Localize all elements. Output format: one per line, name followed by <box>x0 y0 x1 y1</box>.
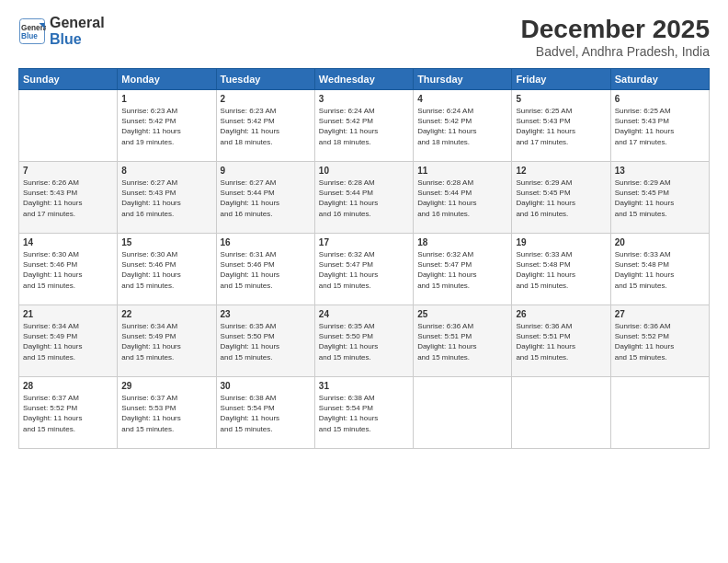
day-number: 25 <box>417 309 507 319</box>
calendar-cell: 4Sunrise: 6:24 AM Sunset: 5:42 PM Daylig… <box>414 90 512 162</box>
day-number: 29 <box>121 381 211 391</box>
day-info: Sunrise: 6:29 AM Sunset: 5:45 PM Dayligh… <box>516 178 606 219</box>
calendar-cell: 16Sunrise: 6:31 AM Sunset: 5:46 PM Dayli… <box>216 234 314 305</box>
day-number: 23 <box>221 309 311 319</box>
day-info: Sunrise: 6:28 AM Sunset: 5:44 PM Dayligh… <box>319 178 409 219</box>
calendar-cell: 9Sunrise: 6:27 AM Sunset: 5:44 PM Daylig… <box>216 162 314 234</box>
calendar-cell <box>610 377 709 449</box>
calendar-cell: 18Sunrise: 6:32 AM Sunset: 5:47 PM Dayli… <box>414 234 512 305</box>
svg-text:Blue: Blue <box>21 32 38 40</box>
calendar-cell: 7Sunrise: 6:26 AM Sunset: 5:43 PM Daylig… <box>19 162 118 234</box>
day-info: Sunrise: 6:30 AM Sunset: 5:46 PM Dayligh… <box>121 249 211 291</box>
day-number: 9 <box>221 166 311 176</box>
header-cell-thursday: Thursday <box>414 69 512 90</box>
day-number: 12 <box>516 166 606 176</box>
day-number: 27 <box>615 309 705 319</box>
day-info: Sunrise: 6:33 AM Sunset: 5:48 PM Dayligh… <box>516 249 606 291</box>
day-info: Sunrise: 6:38 AM Sunset: 5:54 PM Dayligh… <box>319 393 409 434</box>
logo: General Blue General Blue <box>18 15 105 47</box>
day-info: Sunrise: 6:25 AM Sunset: 5:43 PM Dayligh… <box>516 106 606 147</box>
header-cell-saturday: Saturday <box>610 69 709 90</box>
day-number: 17 <box>319 237 409 247</box>
header-row: SundayMondayTuesdayWednesdayThursdayFrid… <box>19 69 710 90</box>
day-info: Sunrise: 6:31 AM Sunset: 5:46 PM Dayligh… <box>221 249 311 291</box>
calendar-week-3: 21Sunrise: 6:34 AM Sunset: 5:49 PM Dayli… <box>19 305 710 377</box>
day-info: Sunrise: 6:24 AM Sunset: 5:42 PM Dayligh… <box>417 106 507 147</box>
day-number: 11 <box>417 166 507 176</box>
calendar-cell: 14Sunrise: 6:30 AM Sunset: 5:46 PM Dayli… <box>19 234 118 305</box>
calendar-cell: 31Sunrise: 6:38 AM Sunset: 5:54 PM Dayli… <box>314 377 413 449</box>
calendar-cell: 27Sunrise: 6:36 AM Sunset: 5:52 PM Dayli… <box>610 305 709 377</box>
page: General Blue General Blue December 2025 … <box>0 0 728 563</box>
day-info: Sunrise: 6:34 AM Sunset: 5:49 PM Dayligh… <box>121 321 211 362</box>
day-info: Sunrise: 6:32 AM Sunset: 5:47 PM Dayligh… <box>417 249 507 291</box>
calendar-body: 1Sunrise: 6:23 AM Sunset: 5:42 PM Daylig… <box>19 90 710 449</box>
day-number: 19 <box>516 237 606 247</box>
calendar-cell: 19Sunrise: 6:33 AM Sunset: 5:48 PM Dayli… <box>512 234 610 305</box>
day-info: Sunrise: 6:38 AM Sunset: 5:54 PM Dayligh… <box>221 393 311 434</box>
header-cell-wednesday: Wednesday <box>314 69 413 90</box>
day-info: Sunrise: 6:33 AM Sunset: 5:48 PM Dayligh… <box>615 249 705 291</box>
logo-icon: General Blue <box>18 17 46 45</box>
day-number: 13 <box>615 166 705 176</box>
day-info: Sunrise: 6:35 AM Sunset: 5:50 PM Dayligh… <box>221 321 311 362</box>
day-number: 21 <box>23 309 113 319</box>
calendar-week-0: 1Sunrise: 6:23 AM Sunset: 5:42 PM Daylig… <box>19 90 710 162</box>
calendar-cell: 20Sunrise: 6:33 AM Sunset: 5:48 PM Dayli… <box>610 234 709 305</box>
calendar-cell: 5Sunrise: 6:25 AM Sunset: 5:43 PM Daylig… <box>512 90 610 162</box>
header-cell-tuesday: Tuesday <box>216 69 314 90</box>
calendar-table: SundayMondayTuesdayWednesdayThursdayFrid… <box>18 68 710 449</box>
day-info: Sunrise: 6:34 AM Sunset: 5:49 PM Dayligh… <box>23 321 113 362</box>
header-cell-monday: Monday <box>118 69 216 90</box>
day-number: 2 <box>221 94 311 104</box>
day-info: Sunrise: 6:23 AM Sunset: 5:42 PM Dayligh… <box>121 106 211 147</box>
calendar-cell: 10Sunrise: 6:28 AM Sunset: 5:44 PM Dayli… <box>314 162 413 234</box>
day-info: Sunrise: 6:36 AM Sunset: 5:51 PM Dayligh… <box>417 321 507 362</box>
day-number: 16 <box>221 237 311 247</box>
calendar-cell: 24Sunrise: 6:35 AM Sunset: 5:50 PM Dayli… <box>314 305 413 377</box>
day-number: 7 <box>23 166 113 176</box>
day-number: 30 <box>221 381 311 391</box>
day-number: 6 <box>615 94 705 104</box>
day-info: Sunrise: 6:35 AM Sunset: 5:50 PM Dayligh… <box>319 321 409 362</box>
calendar-cell: 25Sunrise: 6:36 AM Sunset: 5:51 PM Dayli… <box>414 305 512 377</box>
day-number: 18 <box>417 237 507 247</box>
header-cell-sunday: Sunday <box>19 69 118 90</box>
calendar-cell: 1Sunrise: 6:23 AM Sunset: 5:42 PM Daylig… <box>118 90 216 162</box>
calendar-cell: 22Sunrise: 6:34 AM Sunset: 5:49 PM Dayli… <box>118 305 216 377</box>
day-info: Sunrise: 6:36 AM Sunset: 5:52 PM Dayligh… <box>615 321 705 362</box>
day-info: Sunrise: 6:23 AM Sunset: 5:42 PM Dayligh… <box>221 106 311 147</box>
day-info: Sunrise: 6:37 AM Sunset: 5:52 PM Dayligh… <box>23 393 113 434</box>
calendar-cell: 23Sunrise: 6:35 AM Sunset: 5:50 PM Dayli… <box>216 305 314 377</box>
calendar-cell: 15Sunrise: 6:30 AM Sunset: 5:46 PM Dayli… <box>118 234 216 305</box>
calendar-week-2: 14Sunrise: 6:30 AM Sunset: 5:46 PM Dayli… <box>19 234 710 305</box>
calendar-cell: 17Sunrise: 6:32 AM Sunset: 5:47 PM Dayli… <box>314 234 413 305</box>
day-number: 3 <box>319 94 409 104</box>
day-info: Sunrise: 6:26 AM Sunset: 5:43 PM Dayligh… <box>23 178 113 219</box>
day-number: 15 <box>121 237 211 247</box>
calendar-cell: 13Sunrise: 6:29 AM Sunset: 5:45 PM Dayli… <box>610 162 709 234</box>
day-info: Sunrise: 6:28 AM Sunset: 5:44 PM Dayligh… <box>417 178 507 219</box>
header: General Blue General Blue December 2025 … <box>18 15 710 59</box>
calendar-cell: 12Sunrise: 6:29 AM Sunset: 5:45 PM Dayli… <box>512 162 610 234</box>
day-number: 4 <box>417 94 507 104</box>
calendar-cell: 28Sunrise: 6:37 AM Sunset: 5:52 PM Dayli… <box>19 377 118 449</box>
day-number: 14 <box>23 237 113 247</box>
day-info: Sunrise: 6:32 AM Sunset: 5:47 PM Dayligh… <box>319 249 409 291</box>
calendar-header: SundayMondayTuesdayWednesdayThursdayFrid… <box>19 69 710 90</box>
calendar-week-4: 28Sunrise: 6:37 AM Sunset: 5:52 PM Dayli… <box>19 377 710 449</box>
calendar-cell: 30Sunrise: 6:38 AM Sunset: 5:54 PM Dayli… <box>216 377 314 449</box>
day-number: 28 <box>23 381 113 391</box>
main-title: December 2025 <box>521 15 710 44</box>
calendar-cell: 29Sunrise: 6:37 AM Sunset: 5:53 PM Dayli… <box>118 377 216 449</box>
day-info: Sunrise: 6:25 AM Sunset: 5:43 PM Dayligh… <box>615 106 705 147</box>
logo-text: General Blue <box>50 15 105 47</box>
day-number: 10 <box>319 166 409 176</box>
day-number: 24 <box>319 309 409 319</box>
calendar-cell: 26Sunrise: 6:36 AM Sunset: 5:51 PM Dayli… <box>512 305 610 377</box>
day-info: Sunrise: 6:29 AM Sunset: 5:45 PM Dayligh… <box>615 178 705 219</box>
day-info: Sunrise: 6:27 AM Sunset: 5:44 PM Dayligh… <box>221 178 311 219</box>
day-number: 26 <box>516 309 606 319</box>
day-info: Sunrise: 6:37 AM Sunset: 5:53 PM Dayligh… <box>121 393 211 434</box>
subtitle: Badvel, Andhra Pradesh, India <box>521 44 710 59</box>
